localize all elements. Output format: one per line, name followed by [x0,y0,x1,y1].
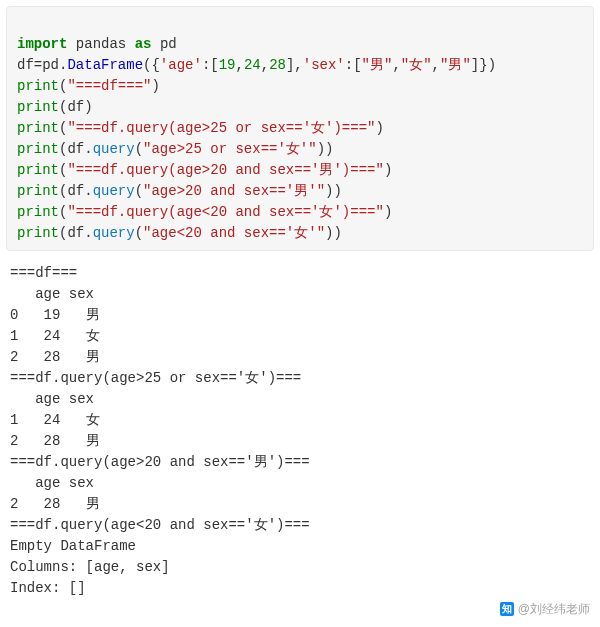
code-text: )) [317,141,334,157]
code-text: (df. [59,225,93,241]
fn-print: print [17,225,59,241]
code-text: ) [384,162,392,178]
str-age: 'age' [160,57,202,73]
code-text: ( [135,141,143,157]
code-text: )) [325,183,342,199]
str-female: "女" [401,57,432,73]
code-text: ) [375,120,383,136]
code-text: )) [325,225,342,241]
str-male: "男" [362,57,393,73]
str-male2: "男" [440,57,471,73]
code-text: ({ [143,57,160,73]
output-block: ===df=== age sex 0 19 男 1 24 女 2 28 男 ==… [0,257,600,624]
code-text: ]}) [471,57,496,73]
code-text: , [261,57,269,73]
str-q1: "age>25 or sex=='女'" [143,141,317,157]
num-28: 28 [269,57,286,73]
alias-pd: pd [160,36,177,52]
fn-print: print [17,183,59,199]
str-q2-header: "===df.query(age>20 and sex=='男')===" [67,162,383,178]
num-19: 19 [219,57,236,73]
fn-print: print [17,78,59,94]
str-q3: "age<20 and sex=='女'" [143,225,325,241]
str-sex: 'sex' [303,57,345,73]
fn-query: query [93,141,135,157]
code-block: import pandas as pd df=pd.DataFrame({'ag… [6,6,594,251]
code-text: df=pd. [17,57,67,73]
str-header: "===df===" [67,78,151,94]
code-text: :[ [345,57,362,73]
str-q2: "age>20 and sex=='男'" [143,183,325,199]
num-24: 24 [244,57,261,73]
code-text: ) [151,78,159,94]
fn-print: print [17,120,59,136]
module-pandas: pandas [76,36,126,52]
fn-dataframe: DataFrame [67,57,143,73]
fn-print: print [17,204,59,220]
fn-print: print [17,99,59,115]
code-text: , [236,57,244,73]
kw-as: as [135,36,152,52]
kw-import: import [17,36,67,52]
zhihu-icon: 知 [500,602,514,616]
code-text: (df. [59,141,93,157]
code-text: ], [286,57,303,73]
code-text: ( [135,225,143,241]
code-text: , [392,57,400,73]
str-q3-header: "===df.query(age<20 and sex=='女')===" [67,204,383,220]
code-text: (df) [59,99,93,115]
fn-query: query [93,183,135,199]
fn-query: query [93,225,135,241]
fn-print: print [17,141,59,157]
code-text: (df. [59,183,93,199]
fn-print: print [17,162,59,178]
output-text: ===df=== age sex 0 19 男 1 24 女 2 28 男 ==… [10,265,310,596]
code-text: , [432,57,440,73]
code-text: :[ [202,57,219,73]
code-text: ( [135,183,143,199]
watermark: 知@刘经纬老师 [500,600,590,618]
str-q1-header: "===df.query(age>25 or sex=='女')===" [67,120,375,136]
watermark-text: @刘经纬老师 [518,600,590,618]
code-text: ) [384,204,392,220]
